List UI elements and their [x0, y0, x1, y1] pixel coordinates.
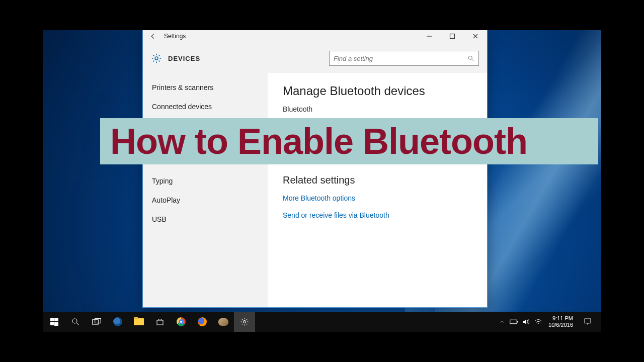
- section-title: DEVICES: [168, 55, 200, 62]
- gear-icon: [151, 53, 162, 64]
- sidebar-item-connected[interactable]: Connected devices: [143, 97, 268, 116]
- settings-window: Settings DEVICES: [142, 30, 488, 308]
- svg-line-10: [76, 323, 79, 325]
- svg-rect-16: [585, 319, 591, 323]
- svg-rect-6: [54, 318, 58, 321]
- svg-line-4: [472, 59, 474, 61]
- volume-icon[interactable]: [521, 312, 531, 332]
- main-panel: Manage Bluetooth devices Bluetooth Relat…: [268, 73, 487, 307]
- search-icon: [467, 55, 474, 62]
- window-title: Settings: [164, 33, 186, 40]
- battery-icon[interactable]: [509, 312, 519, 332]
- start-button[interactable]: [44, 312, 65, 332]
- wifi-icon[interactable]: [533, 312, 543, 332]
- desktop: Settings DEVICES: [43, 30, 601, 332]
- clock[interactable]: 9:11 PM 10/6/2016: [545, 315, 576, 328]
- taskview-button[interactable]: [86, 312, 107, 332]
- close-button[interactable]: [464, 30, 487, 44]
- letterbox-top: [0, 0, 644, 30]
- file-explorer-icon[interactable]: [128, 312, 149, 332]
- sidebar-item-printers[interactable]: Printers & scanners: [143, 78, 268, 97]
- svg-point-3: [468, 56, 472, 59]
- svg-point-2: [155, 57, 158, 60]
- sidebar: Printers & scanners Connected devices Ty…: [143, 73, 268, 307]
- sidebar-item-typing[interactable]: Typing: [143, 171, 268, 191]
- paint-icon[interactable]: [213, 312, 234, 332]
- sidebar-item-label: Printers & scanners: [152, 83, 213, 92]
- banner-text: How to Enable Bluetooth: [110, 123, 527, 159]
- svg-rect-14: [510, 320, 517, 324]
- svg-rect-11: [93, 320, 99, 324]
- firefox-icon[interactable]: [192, 312, 213, 332]
- link-send-receive[interactable]: Send or receive files via Bluetooth: [283, 211, 472, 219]
- svg-rect-7: [50, 322, 54, 325]
- header-bar: DEVICES: [143, 44, 487, 73]
- search-button[interactable]: [65, 312, 86, 332]
- search-input[interactable]: [334, 55, 467, 62]
- content-area: Printers & scanners Connected devices Ty…: [143, 73, 487, 307]
- sidebar-item-label: AutoPlay: [152, 196, 180, 204]
- search-box[interactable]: [329, 51, 479, 66]
- svg-point-9: [72, 319, 77, 323]
- date-text: 10/6/2016: [548, 322, 573, 328]
- page-heading: Manage Bluetooth devices: [283, 84, 472, 98]
- system-tray: 9:11 PM 10/6/2016: [497, 312, 600, 332]
- taskbar: 9:11 PM 10/6/2016: [43, 312, 601, 332]
- action-center-icon[interactable]: [578, 312, 597, 332]
- letterbox-bottom: [0, 332, 644, 362]
- svg-rect-15: [517, 321, 518, 323]
- tutorial-banner: How to Enable Bluetooth: [100, 118, 598, 164]
- edge-icon[interactable]: [107, 312, 128, 332]
- svg-rect-12: [95, 318, 101, 323]
- sidebar-item-autoplay[interactable]: AutoPlay: [143, 191, 268, 210]
- svg-point-13: [244, 321, 246, 323]
- svg-rect-8: [54, 322, 58, 326]
- sidebar-item-usb[interactable]: USB: [143, 210, 268, 229]
- tray-overflow-icon[interactable]: [497, 312, 507, 332]
- sidebar-item-label: USB: [152, 215, 167, 223]
- titlebar: Settings: [143, 30, 487, 44]
- svg-rect-5: [50, 318, 54, 321]
- time-text: 9:11 PM: [548, 315, 573, 322]
- chrome-icon[interactable]: [171, 312, 192, 332]
- minimize-button[interactable]: [418, 30, 441, 44]
- sidebar-item-label: Connected devices: [152, 103, 212, 111]
- settings-taskbar-icon[interactable]: [234, 312, 255, 332]
- bluetooth-label: Bluetooth: [283, 105, 472, 113]
- link-more-options[interactable]: More Bluetooth options: [283, 194, 472, 202]
- svg-rect-1: [450, 34, 455, 39]
- related-heading: Related settings: [283, 174, 472, 186]
- back-button[interactable]: [147, 30, 159, 42]
- maximize-button[interactable]: [441, 30, 464, 44]
- store-icon[interactable]: [149, 312, 171, 332]
- sidebar-item-label: Typing: [152, 177, 173, 185]
